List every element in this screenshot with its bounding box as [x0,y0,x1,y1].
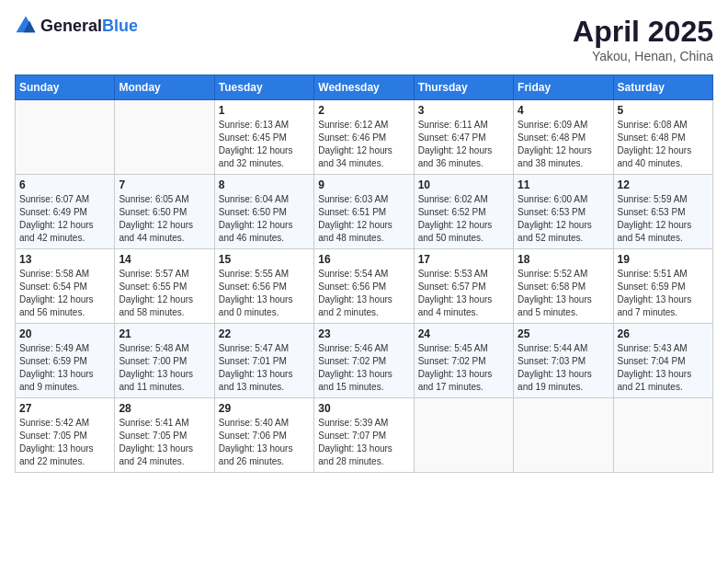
day-number: 8 [219,178,310,191]
calendar-day-cell: 3Sunrise: 6:11 AMSunset: 6:47 PMDaylight… [414,100,513,175]
day-info: Sunrise: 6:09 AMSunset: 6:48 PMDaylight:… [518,119,609,170]
calendar-week-row: 27Sunrise: 5:42 AMSunset: 7:05 PMDayligh… [16,398,713,473]
day-number: 30 [318,402,409,415]
page-header: GeneralBlue April 2025 Yakou, Henan, Chi… [15,15,713,63]
day-info: Sunrise: 6:04 AMSunset: 6:50 PMDaylight:… [219,193,310,245]
calendar-day-cell: 30Sunrise: 5:39 AMSunset: 7:07 PMDayligh… [314,398,414,473]
calendar-day-cell: 18Sunrise: 5:52 AMSunset: 6:58 PMDayligh… [514,249,613,324]
calendar-header-wednesday: Wednesday [314,75,414,100]
day-info: Sunrise: 5:53 AMSunset: 6:57 PMDaylight:… [418,268,509,319]
day-number: 10 [418,178,509,191]
day-info: Sunrise: 5:54 AMSunset: 6:56 PMDaylight:… [318,268,409,319]
day-number: 22 [219,327,310,340]
day-info: Sunrise: 6:07 AMSunset: 6:49 PMDaylight:… [19,193,110,245]
day-number: 15 [219,253,310,266]
day-number: 25 [518,327,609,340]
calendar-day-cell: 26Sunrise: 5:43 AMSunset: 7:04 PMDayligh… [613,324,712,398]
day-info: Sunrise: 5:39 AMSunset: 7:07 PMDaylight:… [318,417,409,468]
day-info: Sunrise: 6:11 AMSunset: 6:47 PMDaylight:… [418,119,509,170]
calendar-day-cell: 23Sunrise: 5:46 AMSunset: 7:02 PMDayligh… [314,324,414,398]
day-number: 28 [119,402,210,415]
day-info: Sunrise: 5:46 AMSunset: 7:02 PMDaylight:… [318,342,409,394]
day-info: Sunrise: 6:03 AMSunset: 6:51 PMDaylight:… [318,193,409,245]
month-title: April 2025 [573,15,713,49]
day-info: Sunrise: 5:59 AMSunset: 6:53 PMDaylight:… [618,193,709,245]
calendar-header-friday: Friday [514,75,613,100]
calendar-week-row: 6Sunrise: 6:07 AMSunset: 6:49 PMDaylight… [16,175,713,249]
day-info: Sunrise: 6:13 AMSunset: 6:45 PMDaylight:… [219,119,310,170]
day-number: 21 [119,327,210,340]
day-info: Sunrise: 6:02 AMSunset: 6:52 PMDaylight:… [418,193,509,245]
calendar-day-cell: 25Sunrise: 5:44 AMSunset: 7:03 PMDayligh… [514,324,613,398]
title-area: April 2025 Yakou, Henan, China [573,15,713,63]
day-number: 16 [318,253,409,266]
day-info: Sunrise: 5:55 AMSunset: 6:56 PMDaylight:… [219,268,310,319]
calendar-day-cell: 21Sunrise: 5:48 AMSunset: 7:00 PMDayligh… [115,324,214,398]
calendar-day-cell: 13Sunrise: 5:58 AMSunset: 6:54 PMDayligh… [16,249,115,324]
calendar-day-cell: 5Sunrise: 6:08 AMSunset: 6:48 PMDaylight… [613,100,712,175]
day-number: 23 [318,327,409,340]
calendar-day-cell: 10Sunrise: 6:02 AMSunset: 6:52 PMDayligh… [414,175,513,249]
day-number: 7 [119,178,210,191]
calendar-header-sunday: Sunday [16,75,115,100]
day-number: 17 [418,253,509,266]
calendar-day-cell [16,100,115,175]
calendar-header-monday: Monday [115,75,214,100]
day-number: 5 [618,104,709,117]
day-info: Sunrise: 5:48 AMSunset: 7:00 PMDaylight:… [119,342,210,394]
calendar-day-cell: 28Sunrise: 5:41 AMSunset: 7:05 PMDayligh… [115,398,214,473]
calendar-header-saturday: Saturday [613,75,712,100]
calendar-header-tuesday: Tuesday [214,75,313,100]
calendar-day-cell [115,100,214,175]
calendar-day-cell: 16Sunrise: 5:54 AMSunset: 6:56 PMDayligh… [314,249,414,324]
day-info: Sunrise: 5:40 AMSunset: 7:06 PMDaylight:… [219,417,310,468]
calendar-week-row: 13Sunrise: 5:58 AMSunset: 6:54 PMDayligh… [16,249,713,324]
day-info: Sunrise: 5:47 AMSunset: 7:01 PMDaylight:… [219,342,310,394]
day-number: 27 [19,402,110,415]
day-number: 6 [19,178,110,191]
day-info: Sunrise: 5:49 AMSunset: 6:59 PMDaylight:… [19,342,110,394]
calendar-day-cell: 14Sunrise: 5:57 AMSunset: 6:55 PMDayligh… [115,249,214,324]
day-info: Sunrise: 5:57 AMSunset: 6:55 PMDaylight:… [119,268,210,319]
calendar-day-cell: 2Sunrise: 6:12 AMSunset: 6:46 PMDaylight… [314,100,414,175]
day-number: 20 [19,327,110,340]
day-info: Sunrise: 6:12 AMSunset: 6:46 PMDaylight:… [318,119,409,170]
location-title: Yakou, Henan, China [573,49,713,63]
day-number: 12 [618,178,709,191]
day-number: 9 [318,178,409,191]
calendar-day-cell: 9Sunrise: 6:03 AMSunset: 6:51 PMDaylight… [314,175,414,249]
calendar-day-cell: 29Sunrise: 5:40 AMSunset: 7:06 PMDayligh… [214,398,313,473]
day-info: Sunrise: 6:05 AMSunset: 6:50 PMDaylight:… [119,193,210,245]
day-number: 4 [518,104,609,117]
day-number: 3 [418,104,509,117]
logo-text-general: General [40,17,102,35]
day-info: Sunrise: 6:08 AMSunset: 6:48 PMDaylight:… [618,119,709,170]
calendar-day-cell: 27Sunrise: 5:42 AMSunset: 7:05 PMDayligh… [16,398,115,473]
calendar-header-thursday: Thursday [414,75,513,100]
day-info: Sunrise: 5:43 AMSunset: 7:04 PMDaylight:… [618,342,709,394]
day-info: Sunrise: 5:45 AMSunset: 7:02 PMDaylight:… [418,342,509,394]
logo-icon [15,15,37,37]
calendar-day-cell [414,398,513,473]
calendar-day-cell: 7Sunrise: 6:05 AMSunset: 6:50 PMDaylight… [115,175,214,249]
calendar-day-cell: 15Sunrise: 5:55 AMSunset: 6:56 PMDayligh… [214,249,313,324]
calendar-header-row: SundayMondayTuesdayWednesdayThursdayFrid… [16,75,713,100]
calendar-day-cell: 22Sunrise: 5:47 AMSunset: 7:01 PMDayligh… [214,324,313,398]
calendar-table: SundayMondayTuesdayWednesdayThursdayFrid… [15,75,713,473]
day-info: Sunrise: 5:42 AMSunset: 7:05 PMDaylight:… [19,417,110,468]
calendar-day-cell [514,398,613,473]
day-number: 13 [19,253,110,266]
calendar-day-cell: 20Sunrise: 5:49 AMSunset: 6:59 PMDayligh… [16,324,115,398]
day-number: 26 [618,327,709,340]
calendar-day-cell: 1Sunrise: 6:13 AMSunset: 6:45 PMDaylight… [214,100,313,175]
calendar-day-cell: 8Sunrise: 6:04 AMSunset: 6:50 PMDaylight… [214,175,313,249]
day-number: 11 [518,178,609,191]
calendar-week-row: 1Sunrise: 6:13 AMSunset: 6:45 PMDaylight… [16,100,713,175]
day-info: Sunrise: 5:52 AMSunset: 6:58 PMDaylight:… [518,268,609,319]
day-number: 19 [618,253,709,266]
day-number: 1 [219,104,310,117]
calendar-day-cell: 12Sunrise: 5:59 AMSunset: 6:53 PMDayligh… [613,175,712,249]
day-number: 14 [119,253,210,266]
day-info: Sunrise: 5:41 AMSunset: 7:05 PMDaylight:… [119,417,210,468]
day-number: 18 [518,253,609,266]
